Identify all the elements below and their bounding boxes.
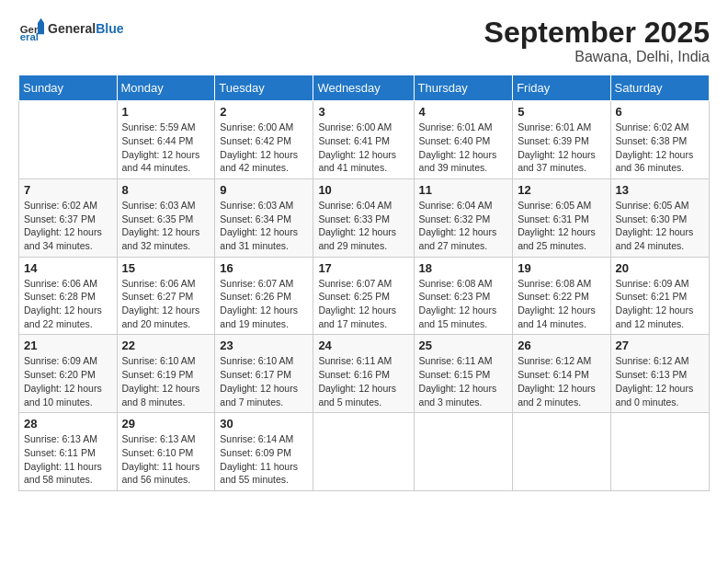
table-row: 9Sunrise: 6:03 AM Sunset: 6:34 PM Daylig… xyxy=(215,178,313,257)
table-row: 30Sunrise: 6:14 AM Sunset: 6:09 PM Dayli… xyxy=(215,413,313,491)
day-number: 16 xyxy=(220,261,308,275)
table-row: 1Sunrise: 5:59 AM Sunset: 6:44 PM Daylig… xyxy=(117,101,215,179)
header-monday: Monday xyxy=(117,75,215,101)
day-info: Sunrise: 6:00 AM Sunset: 6:41 PM Dayligh… xyxy=(318,121,408,175)
table-row: 21Sunrise: 6:09 AM Sunset: 6:20 PM Dayli… xyxy=(19,335,118,413)
day-info: Sunrise: 6:08 AM Sunset: 6:22 PM Dayligh… xyxy=(518,277,605,331)
day-number: 26 xyxy=(518,339,605,352)
day-info: Sunrise: 6:07 AM Sunset: 6:26 PM Dayligh… xyxy=(220,277,308,331)
logo-blue: Blue xyxy=(96,21,123,36)
day-info: Sunrise: 6:04 AM Sunset: 6:32 PM Dayligh… xyxy=(419,199,508,253)
table-row: 6Sunrise: 6:02 AM Sunset: 6:38 PM Daylig… xyxy=(610,101,709,179)
day-info: Sunrise: 6:05 AM Sunset: 6:31 PM Dayligh… xyxy=(518,199,605,253)
table-row xyxy=(414,413,513,491)
weekday-header-row: Sunday Monday Tuesday Wednesday Thursday… xyxy=(19,75,710,101)
day-info: Sunrise: 6:11 AM Sunset: 6:15 PM Dayligh… xyxy=(419,354,508,408)
day-number: 2 xyxy=(220,105,308,119)
calendar-week-row: 21Sunrise: 6:09 AM Sunset: 6:20 PM Dayli… xyxy=(19,335,710,413)
month-title: September 2025 xyxy=(484,17,710,49)
table-row: 2Sunrise: 6:00 AM Sunset: 6:42 PM Daylig… xyxy=(215,101,313,179)
day-number: 19 xyxy=(518,261,605,275)
day-info: Sunrise: 6:13 AM Sunset: 6:11 PM Dayligh… xyxy=(24,432,112,487)
calendar-week-row: 7Sunrise: 6:02 AM Sunset: 6:37 PM Daylig… xyxy=(19,178,710,257)
table-row xyxy=(610,413,709,491)
day-info: Sunrise: 6:07 AM Sunset: 6:25 PM Dayligh… xyxy=(318,277,408,331)
day-info: Sunrise: 6:03 AM Sunset: 6:35 PM Dayligh… xyxy=(122,199,210,253)
day-number: 25 xyxy=(419,339,508,352)
calendar-week-row: 1Sunrise: 5:59 AM Sunset: 6:44 PM Daylig… xyxy=(19,101,710,179)
table-row: 3Sunrise: 6:00 AM Sunset: 6:41 PM Daylig… xyxy=(313,101,414,179)
table-row: 7Sunrise: 6:02 AM Sunset: 6:37 PM Daylig… xyxy=(19,178,118,257)
page-header: Gen eral GeneralBlue September 2025 Bawa… xyxy=(18,17,710,65)
day-info: Sunrise: 6:01 AM Sunset: 6:39 PM Dayligh… xyxy=(518,121,605,175)
day-number: 10 xyxy=(318,183,408,197)
day-number: 11 xyxy=(419,183,508,197)
day-number: 27 xyxy=(616,339,704,352)
logo: Gen eral GeneralBlue xyxy=(18,17,123,42)
day-number: 3 xyxy=(318,105,408,119)
svg-text:eral: eral xyxy=(20,31,39,42)
calendar-table: Sunday Monday Tuesday Wednesday Thursday… xyxy=(18,75,710,491)
day-number: 15 xyxy=(122,261,210,275)
day-number: 4 xyxy=(419,105,508,119)
day-info: Sunrise: 6:11 AM Sunset: 6:16 PM Dayligh… xyxy=(318,354,408,408)
day-info: Sunrise: 6:06 AM Sunset: 6:28 PM Dayligh… xyxy=(24,277,112,331)
day-number: 8 xyxy=(122,183,210,197)
table-row: 23Sunrise: 6:10 AM Sunset: 6:17 PM Dayli… xyxy=(215,335,313,413)
table-row: 15Sunrise: 6:06 AM Sunset: 6:27 PM Dayli… xyxy=(117,257,215,335)
day-info: Sunrise: 6:02 AM Sunset: 6:37 PM Dayligh… xyxy=(24,199,112,253)
table-row: 14Sunrise: 6:06 AM Sunset: 6:28 PM Dayli… xyxy=(19,257,118,335)
svg-rect-4 xyxy=(38,23,44,34)
day-info: Sunrise: 6:08 AM Sunset: 6:23 PM Dayligh… xyxy=(419,277,508,331)
calendar-week-row: 14Sunrise: 6:06 AM Sunset: 6:28 PM Dayli… xyxy=(19,257,710,335)
day-number: 12 xyxy=(518,183,605,197)
table-row: 26Sunrise: 6:12 AM Sunset: 6:14 PM Dayli… xyxy=(513,335,610,413)
day-info: Sunrise: 6:14 AM Sunset: 6:09 PM Dayligh… xyxy=(220,432,308,487)
table-row xyxy=(313,413,414,491)
svg-marker-3 xyxy=(38,18,44,23)
day-info: Sunrise: 6:13 AM Sunset: 6:10 PM Dayligh… xyxy=(122,432,210,487)
table-row: 11Sunrise: 6:04 AM Sunset: 6:32 PM Dayli… xyxy=(414,178,513,257)
day-number: 29 xyxy=(122,417,210,431)
logo-text: GeneralBlue xyxy=(48,22,123,36)
table-row xyxy=(19,101,118,179)
table-row: 25Sunrise: 6:11 AM Sunset: 6:15 PM Dayli… xyxy=(414,335,513,413)
day-number: 7 xyxy=(24,183,112,197)
day-info: Sunrise: 6:06 AM Sunset: 6:27 PM Dayligh… xyxy=(122,277,210,331)
day-number: 22 xyxy=(122,339,210,352)
day-number: 21 xyxy=(24,339,112,352)
day-info: Sunrise: 6:12 AM Sunset: 6:13 PM Dayligh… xyxy=(616,354,704,408)
day-number: 23 xyxy=(220,339,308,352)
table-row: 12Sunrise: 6:05 AM Sunset: 6:31 PM Dayli… xyxy=(513,178,610,257)
header-thursday: Thursday xyxy=(414,75,513,101)
title-block: September 2025 Bawana, Delhi, India xyxy=(484,17,710,65)
table-row: 19Sunrise: 6:08 AM Sunset: 6:22 PM Dayli… xyxy=(513,257,610,335)
table-row: 27Sunrise: 6:12 AM Sunset: 6:13 PM Dayli… xyxy=(610,335,709,413)
table-row: 10Sunrise: 6:04 AM Sunset: 6:33 PM Dayli… xyxy=(313,178,414,257)
day-info: Sunrise: 6:00 AM Sunset: 6:42 PM Dayligh… xyxy=(220,121,308,175)
header-friday: Friday xyxy=(513,75,610,101)
header-tuesday: Tuesday xyxy=(215,75,313,101)
logo-icon: Gen eral xyxy=(18,17,44,42)
day-info: Sunrise: 6:05 AM Sunset: 6:30 PM Dayligh… xyxy=(616,199,704,253)
table-row: 28Sunrise: 6:13 AM Sunset: 6:11 PM Dayli… xyxy=(19,413,118,491)
day-info: Sunrise: 6:09 AM Sunset: 6:20 PM Dayligh… xyxy=(24,354,112,408)
day-number: 30 xyxy=(220,417,308,431)
day-info: Sunrise: 6:04 AM Sunset: 6:33 PM Dayligh… xyxy=(318,199,408,253)
day-info: Sunrise: 5:59 AM Sunset: 6:44 PM Dayligh… xyxy=(122,121,210,175)
table-row: 13Sunrise: 6:05 AM Sunset: 6:30 PM Dayli… xyxy=(610,178,709,257)
table-row: 8Sunrise: 6:03 AM Sunset: 6:35 PM Daylig… xyxy=(117,178,215,257)
day-info: Sunrise: 6:01 AM Sunset: 6:40 PM Dayligh… xyxy=(419,121,508,175)
day-info: Sunrise: 6:10 AM Sunset: 6:19 PM Dayligh… xyxy=(122,354,210,408)
table-row xyxy=(513,413,610,491)
day-number: 20 xyxy=(616,261,704,275)
table-row: 18Sunrise: 6:08 AM Sunset: 6:23 PM Dayli… xyxy=(414,257,513,335)
day-number: 1 xyxy=(122,105,210,119)
day-number: 13 xyxy=(616,183,704,197)
header-sunday: Sunday xyxy=(19,75,118,101)
header-saturday: Saturday xyxy=(610,75,709,101)
table-row: 24Sunrise: 6:11 AM Sunset: 6:16 PM Dayli… xyxy=(313,335,414,413)
day-info: Sunrise: 6:10 AM Sunset: 6:17 PM Dayligh… xyxy=(220,354,308,408)
day-number: 28 xyxy=(24,417,112,431)
day-number: 24 xyxy=(318,339,408,352)
